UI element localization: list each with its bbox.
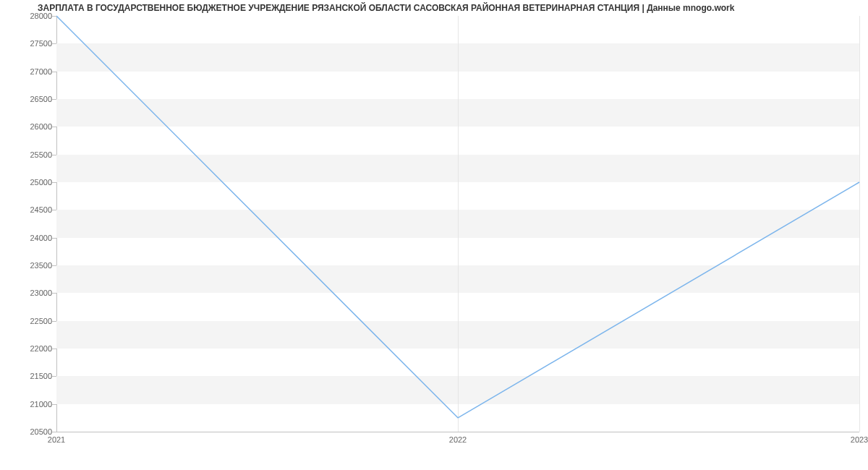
y-tick-label: 23500 (9, 261, 52, 270)
y-tick (52, 210, 56, 210)
x-tick-label: 2021 (48, 435, 65, 444)
y-tick-label: 24000 (9, 234, 52, 242)
y-tick-label: 28000 (9, 12, 52, 20)
y-tick-label: 25500 (9, 150, 52, 159)
x-gridline (859, 16, 860, 432)
y-tick (52, 182, 56, 183)
y-tick (52, 404, 56, 405)
y-tick (52, 99, 56, 100)
y-tick-label: 27500 (9, 39, 52, 48)
line-series (56, 16, 859, 432)
y-tick-label: 25000 (9, 178, 52, 187)
y-tick (52, 127, 56, 127)
y-tick (52, 321, 56, 322)
chart-container: ЗАРПЛАТА В ГОСУДАРСТВЕННОЕ БЮДЖЕТНОЕ УЧР… (0, 0, 868, 448)
y-tick (52, 265, 56, 266)
y-tick (52, 293, 56, 294)
y-tick-label: 20500 (9, 427, 52, 436)
y-tick-label: 27000 (9, 67, 52, 76)
plot-area[interactable] (56, 16, 859, 432)
y-tick (52, 16, 56, 17)
y-tick-label: 21500 (9, 372, 52, 380)
y-tick (52, 349, 56, 349)
x-tick-label: 2023 (851, 435, 868, 444)
y-tick-label: 22000 (9, 344, 52, 353)
y-tick-label: 26500 (9, 95, 52, 103)
y-tick (52, 238, 56, 239)
y-tick (52, 155, 56, 155)
y-tick (52, 72, 56, 72)
y-tick (52, 376, 56, 377)
y-tick-label: 22500 (9, 317, 52, 325)
y-tick-label: 26000 (9, 122, 52, 131)
y-tick-label: 24500 (9, 205, 52, 214)
chart-title: ЗАРПЛАТА В ГОСУДАРСТВЕННОЕ БЮДЖЕТНОЕ УЧР… (38, 3, 734, 13)
y-tick-label: 21000 (9, 400, 52, 409)
y-tick-label: 23000 (9, 289, 52, 297)
y-tick (52, 43, 56, 44)
y-tick (52, 432, 56, 432)
x-tick-label: 2022 (449, 435, 467, 444)
